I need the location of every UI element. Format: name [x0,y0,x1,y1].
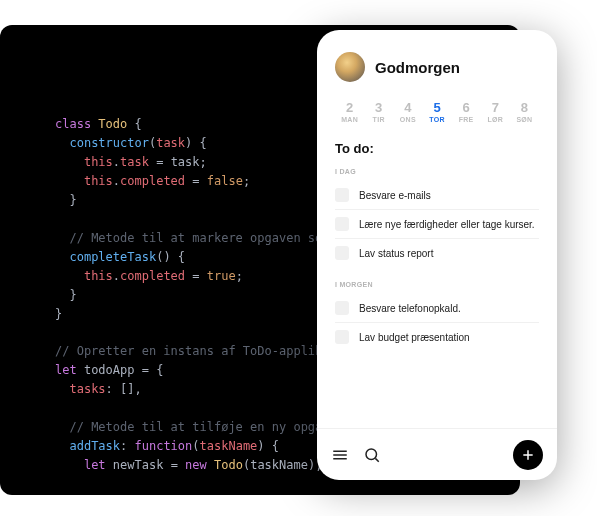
day-number: 4 [393,100,422,115]
day-cell[interactable]: 3TIR [364,100,393,123]
day-label: TOR [422,116,451,123]
day-cell[interactable]: 4ONS [393,100,422,123]
task-label: Besvare e-mails [359,190,431,201]
day-cell[interactable]: 8SØN [510,100,539,123]
day-cell[interactable]: 5TOR [422,100,451,123]
search-icon[interactable] [363,446,381,464]
day-label: ONS [393,116,422,123]
task-checkbox[interactable] [335,301,349,315]
task-checkbox[interactable] [335,217,349,231]
task-checkbox[interactable] [335,188,349,202]
avatar[interactable] [335,52,365,82]
day-label: TIR [364,116,393,123]
task-row[interactable]: Besvare e-mails [335,181,539,210]
day-label: MAN [335,116,364,123]
task-label: Lav status report [359,248,433,259]
task-row[interactable]: Lære nye færdigheder eller tage kurser. [335,210,539,239]
day-number: 5 [422,100,451,115]
task-list: Besvare e-mailsLære nye færdigheder elle… [335,181,539,267]
bottom-bar [317,428,557,480]
day-label: SØN [510,116,539,123]
task-checkbox[interactable] [335,330,349,344]
day-cell[interactable]: 2MAN [335,100,364,123]
mobile-app-frame: Godmorgen 2MAN3TIR4ONS5TOR6FRE7LØR8SØN T… [317,30,557,480]
day-label: FRE [452,116,481,123]
menu-icon[interactable] [331,446,349,464]
app-header: Godmorgen [335,52,539,82]
day-number: 7 [481,100,510,115]
day-cell[interactable]: 7LØR [481,100,510,123]
section-label: I DAG [335,168,539,175]
day-label: LØR [481,116,510,123]
task-label: Besvare telefonopkald. [359,303,461,314]
task-label: Lære nye færdigheder eller tage kurser. [359,219,535,230]
task-label: Lav budget præsentation [359,332,470,343]
day-number: 2 [335,100,364,115]
greeting-text: Godmorgen [375,59,460,76]
task-list: Besvare telefonopkald.Lav budget præsent… [335,294,539,351]
section-label: I MORGEN [335,281,539,288]
svg-point-3 [366,449,377,460]
task-row[interactable]: Lav status report [335,239,539,267]
week-selector: 2MAN3TIR4ONS5TOR6FRE7LØR8SØN [335,100,539,123]
task-checkbox[interactable] [335,246,349,260]
add-button[interactable] [513,440,543,470]
todo-heading: To do: [335,141,539,156]
day-number: 6 [452,100,481,115]
day-number: 3 [364,100,393,115]
task-row[interactable]: Besvare telefonopkald. [335,294,539,323]
task-row[interactable]: Lav budget præsentation [335,323,539,351]
day-number: 8 [510,100,539,115]
svg-line-4 [375,458,378,461]
day-cell[interactable]: 6FRE [452,100,481,123]
